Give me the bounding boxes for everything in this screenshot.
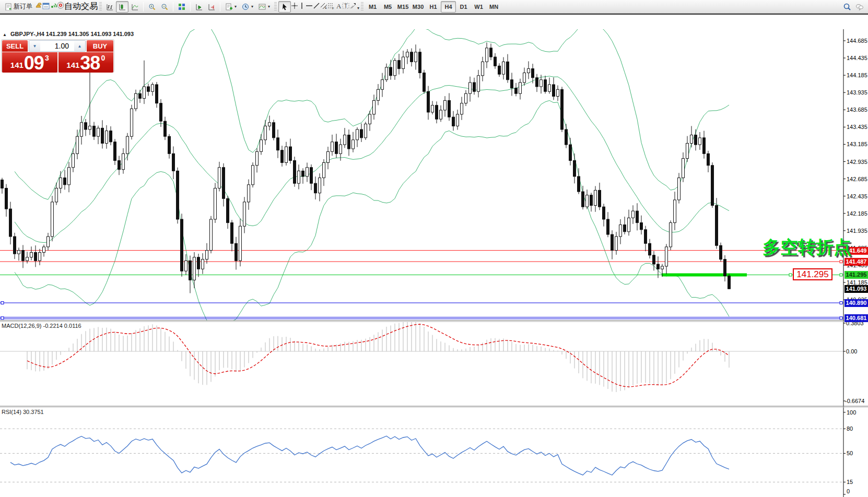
text-button[interactable]: A [335,2,342,11]
channel-button[interactable]: E [320,2,327,11]
timeframe-h1-button[interactable]: H1 [426,1,441,13]
price-axis-label: 144.185 [847,72,867,78]
macd-scale-label: -0.6674 [845,398,864,404]
toolbar-separator [274,2,277,11]
sell-button[interactable]: SELL [2,40,28,52]
shapes-button[interactable]: ▾ [349,2,359,11]
horizontal-line-button[interactable] [306,2,313,11]
price-axis-label: 143.185 [847,141,867,147]
market-watch-button[interactable] [42,2,50,11]
gold-chart-button[interactable] [35,2,42,11]
price-axis-label: 142.685 [847,176,867,182]
rsi-scale-label: 0 [847,488,850,494]
zoom-in-button[interactable] [146,1,158,13]
macd-indicator-values: -0.2214 0.0116 [43,323,81,329]
trendline-button[interactable] [313,2,320,11]
new-order-icon [5,3,12,10]
toolbar-separator [99,2,102,11]
tile-windows-button[interactable] [175,1,188,13]
price-axis-label: 143.935 [847,89,867,96]
price-axis-label: 142.435 [847,193,867,199]
timeframe-h4-button[interactable]: H4 [441,1,456,13]
auto-scroll-button[interactable] [193,1,205,13]
autotrading-icon [57,2,64,9]
dropdown-caret-icon[interactable]: ▾ [357,6,359,10]
crosshair-button[interactable] [291,2,298,11]
template-button[interactable]: ▾ [256,1,273,13]
ind-play-icon [195,3,203,10]
price-axis-label: 143.435 [847,124,867,130]
line-chart-button[interactable] [128,1,141,13]
chart-shift-button[interactable] [205,1,218,13]
toolbar-separator [173,2,173,11]
tile-icon [178,3,185,10]
timeframe-w1-button[interactable]: W1 [471,1,486,13]
volume-decrease-button[interactable]: ▼ [29,41,40,51]
fibonacci-button[interactable]: F [327,2,335,11]
community-button[interactable] [853,1,866,13]
collapse-triangle-icon[interactable]: ▲ [3,32,7,37]
price-axis-label: 144.685 [847,38,867,44]
main-toolbar: 新订单自动交易▾▾▾EFAT▾M1M5M15M30H1H4D1W1MN [0,0,868,14]
rsi-scale-label: 50 [847,450,853,456]
market-watch-icon [42,2,50,9]
label-button[interactable]: T [342,2,349,11]
new-order-button[interactable]: 新订单 [2,1,35,13]
label-icon: T [342,2,349,9]
add-indicator-button[interactable]: ▾ [222,1,239,13]
search-icon [843,3,851,10]
rsi-scale-label: 100 [847,409,856,416]
search-button[interactable] [841,1,853,13]
zoom-out-button[interactable] [158,1,171,13]
vertical-line-button[interactable] [298,2,306,11]
toolbar-separator [143,2,144,11]
price-level-badge: 141.295 [844,271,868,279]
volume-input[interactable] [40,41,74,51]
dropdown-caret-icon[interactable]: ▾ [251,4,253,9]
price-axis-label: 144.435 [847,55,867,61]
zoom-out-icon [161,3,168,10]
toolbar-separator [361,2,363,11]
bar-chart-button[interactable] [103,1,116,13]
dropdown-caret-icon[interactable]: ▾ [234,4,237,9]
svg-text:E: E [325,6,327,9]
rsi-scale-label: 80 [847,425,853,432]
timeframe-m30-button[interactable]: M30 [410,1,426,13]
bar-chart-icon [106,3,113,10]
text-icon: A [335,2,342,9]
autotrading-button[interactable]: 自动交易 [57,1,98,12]
chart-window[interactable]: ▲ GBPJPY-,H4 141.239 141.305 141.093 141… [0,14,868,497]
annotation-text[interactable]: 多空转折点 [763,235,851,259]
channel-icon: E [320,2,327,9]
volume-increase-button[interactable]: ▲ [74,41,85,51]
chart-overlays: 140.935141.185141.435141.685141.935142.1… [0,15,868,497]
timeframe-mn-button[interactable]: MN [486,1,501,13]
toolbar-separator [190,2,191,11]
volume-stepper: ▼ ▲ [29,40,86,52]
price-level-badge: 140.681 [844,314,868,322]
buy-price-display[interactable]: 141 38 0 [58,52,114,73]
macd-scale-label: 0.00 [846,348,857,354]
add-chart-icon [225,3,232,10]
buy-button[interactable]: BUY [87,40,113,52]
candlestick-chart-button[interactable] [116,1,128,13]
vline-icon [298,2,306,9]
current-price-badge: 141.093 [844,285,868,293]
price-level-label[interactable]: 141.295 [793,268,832,280]
cursor-icon [281,3,288,10]
svg-text:A: A [336,2,342,9]
chart-symbol-period: GBPJPY-,H4 [10,31,44,37]
timeframe-d1-button[interactable]: D1 [456,1,471,13]
crosshair-icon [291,2,298,9]
timeframe-m15-button[interactable]: M15 [395,1,410,13]
sell-price-display[interactable]: 141 09 3 [2,52,57,73]
timeframe-m1-button[interactable]: M1 [365,1,380,13]
signals-button[interactable] [50,2,57,11]
price-level-badge: 140.890 [844,299,868,307]
period-button[interactable]: ▾ [239,1,256,13]
timeframe-m5-button[interactable]: M5 [380,1,395,13]
chart-ohlc-values: 141.239 141.305 141.093 141.093 [46,31,134,37]
line-chart-icon [131,3,138,10]
dropdown-caret-icon[interactable]: ▾ [268,4,270,9]
cursor-button[interactable] [278,1,291,13]
